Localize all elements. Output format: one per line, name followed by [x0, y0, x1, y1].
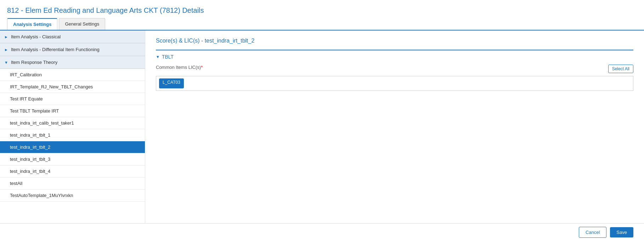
list-item-irt-tpl[interactable]: IRT_Template_RJ_New_TBLT_Changes: [0, 81, 145, 93]
tab-general[interactable]: General Settings: [59, 18, 105, 30]
chevron-down-icon-irt: ▼: [4, 60, 8, 65]
section-header-irt[interactable]: ▼ Item Response Theory: [0, 56, 145, 69]
tabs-bar: Analysis Settings General Settings: [0, 18, 644, 31]
lic-box[interactable]: L_CAT03: [156, 76, 633, 91]
list-item-tblt-3[interactable]: test_indra_irt_tblt_3: [0, 153, 145, 165]
section-header-classical[interactable]: ► Item Analysis - Classical: [0, 31, 145, 43]
right-panel-title: Score(s) & LIC(s) - test_indra_irt_tblt_…: [156, 38, 633, 44]
page-wrapper: 812 - Elem Ed Reading and Language Arts …: [0, 0, 644, 241]
list-item-auto-tpl[interactable]: TestAutoTemplate_1MuYlvrxkn: [0, 190, 145, 202]
common-items-label: Common Items LIC(s)*: [156, 65, 203, 70]
list-item-tblt-2[interactable]: test_indra_irt_tblt_2: [0, 141, 145, 153]
list-item-tblt-tpl[interactable]: Test TBLT Template IRT: [0, 105, 145, 117]
main-content: ► Item Analysis - Classical ► Item Analy…: [0, 31, 644, 232]
bottom-bar: Cancel Save: [0, 223, 644, 241]
list-item-irt-eq[interactable]: Test IRT Equate: [0, 93, 145, 105]
list-item-testall[interactable]: testAll: [0, 177, 145, 190]
required-asterisk: *: [201, 65, 203, 70]
section-label-dif: Item Analysis - Differential Item Functi…: [11, 47, 100, 52]
common-items-row: Common Items LIC(s)* Select All: [156, 65, 633, 73]
page-title: 812 - Elem Ed Reading and Language Arts …: [0, 0, 644, 18]
tblt-label: TBLT: [162, 54, 174, 60]
chevron-right-icon-dif: ►: [4, 48, 8, 52]
tab-analysis[interactable]: Analysis Settings: [7, 18, 57, 30]
save-button[interactable]: Save: [610, 227, 633, 237]
tblt-header: ▼ TBLT: [156, 54, 633, 60]
lic-tag-lcat03[interactable]: L_CAT03: [159, 78, 184, 88]
section-label-classical: Item Analysis - Classical: [11, 34, 61, 39]
cancel-button[interactable]: Cancel: [579, 227, 606, 238]
section-header-dif[interactable]: ► Item Analysis - Differential Item Func…: [0, 43, 145, 56]
list-item-tblt-1[interactable]: test_indra_irt_tblt_1: [0, 129, 145, 141]
left-panel: ► Item Analysis - Classical ► Item Analy…: [0, 31, 145, 232]
select-all-button[interactable]: Select All: [608, 65, 633, 73]
list-item-irt-cal[interactable]: IRT_Calibration: [0, 69, 145, 81]
list-item-tblt-4[interactable]: test_indra_irt_tblt_4: [0, 165, 145, 177]
list-item-calib-t1[interactable]: test_indra_irt_calib_test_taker1: [0, 117, 145, 129]
right-panel: Score(s) & LIC(s) - test_indra_irt_tblt_…: [145, 31, 644, 232]
tblt-section: ▼ TBLT Common Items LIC(s)* Select All L…: [156, 50, 633, 91]
chevron-down-icon-tblt: ▼: [156, 55, 160, 59]
section-label-irt: Item Response Theory: [11, 60, 57, 65]
chevron-right-icon: ►: [4, 35, 8, 39]
